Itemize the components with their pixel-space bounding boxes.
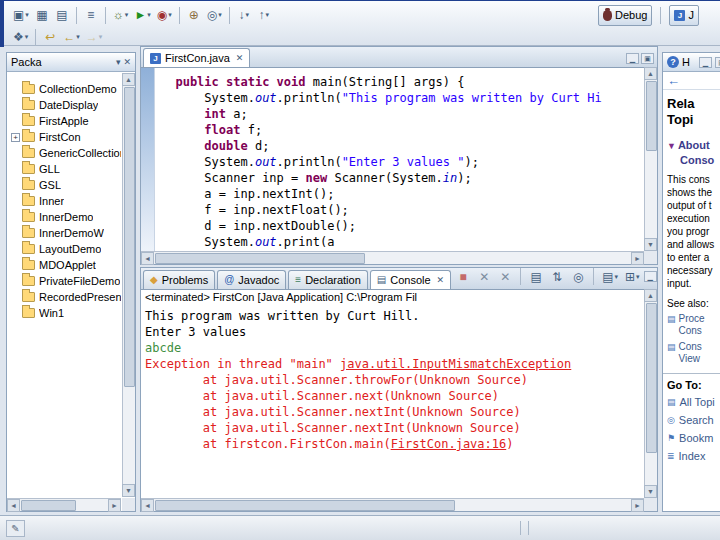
v-scrollbar[interactable]: ▲ ▼ (122, 73, 135, 497)
tab-declaration[interactable]: ≡Declaration (288, 270, 367, 289)
scroll-down-button[interactable]: ▼ (644, 238, 657, 251)
scroll-left-button[interactable]: ◄ (7, 499, 20, 512)
debug-button[interactable]: ☼▾ (110, 5, 132, 26)
scroll-down-button[interactable]: ▼ (122, 484, 135, 497)
scroll-up-button[interactable]: ▲ (644, 67, 657, 80)
external-tools-button[interactable]: ◉▾ (154, 5, 175, 26)
pin-console-button[interactable]: ◎ (568, 268, 588, 287)
clear-console-button[interactable]: ▤ (526, 268, 546, 287)
save-icon: ▦ (36, 9, 47, 21)
dropdown-arrow-icon: ▾ (25, 11, 29, 19)
save-button[interactable]: ▦ (32, 5, 52, 26)
h-scrollbar[interactable]: ◄ ► (7, 498, 121, 511)
minimize-icon[interactable]: ▁ (699, 57, 712, 68)
code-segment: out (255, 235, 277, 249)
tree-item-firstcon[interactable]: +FirstCon (8, 129, 121, 145)
tree-item-firstapple[interactable]: FirstApple (8, 113, 121, 129)
link-all-topi[interactable]: ▤All Topi (663, 393, 720, 411)
terminate-button[interactable]: ■ (453, 268, 473, 287)
scroll-down-button[interactable]: ▼ (644, 485, 657, 498)
scrollbar-thumb[interactable] (155, 253, 365, 264)
tree-item-innerdemo[interactable]: InnerDemo (8, 209, 121, 225)
tree-item-datedisplay[interactable]: DateDisplay (8, 97, 121, 113)
about-console-topic[interactable]: ▼About Conso (663, 128, 720, 167)
tree-item-layoutdemo[interactable]: LayoutDemo (8, 241, 121, 257)
back-icon[interactable]: ← (667, 73, 680, 88)
close-icon[interactable]: ✕ (437, 275, 445, 285)
tab-javadoc[interactable]: @Javadoc (217, 270, 286, 289)
scrollbar-thumb[interactable] (155, 500, 455, 511)
scroll-right-button[interactable]: ► (631, 252, 644, 265)
display-selected-console-button[interactable]: ▤▾ (599, 268, 621, 287)
minimize-icon[interactable]: ▁ (644, 271, 657, 282)
v-scrollbar[interactable]: ▲ ▼ (644, 289, 657, 498)
scroll-up-button[interactable]: ▲ (122, 73, 135, 86)
scroll-up-button[interactable]: ▲ (644, 289, 657, 302)
tree-item-recordedpresenta[interactable]: RecordedPresenta (8, 289, 121, 305)
scrollbar-thumb[interactable] (21, 500, 76, 511)
tree-item-genericcollectiond[interactable]: GenericCollectionD (8, 145, 121, 161)
scrollbar-thumb[interactable] (124, 87, 135, 387)
link-cons-view[interactable]: ▤ConsView (663, 339, 720, 367)
expander-icon[interactable]: + (11, 133, 20, 142)
scrollbar-thumb[interactable] (646, 303, 657, 453)
link-search[interactable]: ◎Search (663, 411, 720, 429)
remove-all-launches-button[interactable]: ✕ (495, 268, 515, 287)
scroll-right-button[interactable]: ► (108, 499, 121, 512)
tree-item-label: FirstCon (39, 131, 81, 143)
remove-launch-icon: ✕ (479, 271, 489, 283)
minimize-icon[interactable]: ▁ (626, 53, 639, 64)
link-index[interactable]: ≣Index (663, 447, 720, 465)
console-tab-bar: ◆Problems@Javadoc≡Declaration▤Console✕ ■… (141, 268, 657, 289)
console-segment: Exception in thread "main" (145, 357, 340, 371)
create-jar-button[interactable]: ⊕ (184, 5, 204, 26)
console-segment[interactable]: FirstCon.java:16 (391, 437, 507, 451)
console-segment[interactable]: java.util.InputMismatchException (340, 357, 571, 371)
scroll-left-button[interactable]: ◄ (141, 499, 154, 512)
next-annotation-button[interactable]: ↓▾ (234, 5, 254, 26)
tree-item-innerdemow[interactable]: InnerDemoW (8, 225, 121, 241)
link-proce-cons[interactable]: ▤ProceCons (663, 311, 720, 339)
code-editor[interactable]: public static void main(String[] args) {… (141, 67, 644, 251)
run-button[interactable]: ►▾ (131, 5, 153, 26)
v-scrollbar[interactable]: ▲ ▼ (644, 67, 657, 251)
tab-console[interactable]: ▤Console✕ (370, 270, 451, 289)
tree-item-mdoapplet[interactable]: MDOApplet (8, 257, 121, 273)
java-perspective-button[interactable]: J J (669, 5, 699, 26)
scroll-lock-button[interactable]: ⇅ (547, 268, 567, 287)
close-icon[interactable]: ✕ (236, 53, 244, 63)
close-icon[interactable]: ✕ (123, 57, 131, 67)
back-button[interactable]: ←▾ (60, 27, 83, 48)
tree-item-gll[interactable]: GLL (8, 161, 121, 177)
link-bookm[interactable]: ⚑Bookm (663, 429, 720, 447)
new-wizard-button[interactable]: ▣▾ (10, 5, 32, 26)
tree-item-inner[interactable]: Inner (8, 193, 121, 209)
toolbar-separator (660, 7, 661, 24)
view-menu-icon[interactable]: ▾ (116, 57, 121, 67)
scroll-right-button[interactable]: ► (631, 499, 644, 512)
print-button[interactable]: ▤ (52, 5, 72, 26)
search-button[interactable]: ◎▾ (204, 5, 225, 26)
scrollbar-thumb[interactable] (646, 81, 657, 151)
forward-button[interactable]: →▾ (83, 27, 106, 48)
writable-status-button[interactable]: ✎ (6, 520, 25, 537)
open-console-button[interactable]: ⊞▾ (622, 268, 643, 287)
previous-annotation-button[interactable]: ↑▾ (254, 5, 274, 26)
h-scrollbar[interactable]: ◄ ► (141, 251, 644, 264)
tab-firstcon-java[interactable]: J FirstCon.java ✕ (143, 48, 250, 67)
scroll-left-button[interactable]: ◄ (141, 252, 154, 265)
console-output[interactable]: This program was written by Curt Hill.En… (141, 305, 644, 498)
tab-problems[interactable]: ◆Problems (143, 270, 215, 289)
tree-item-privatefiledemo[interactable]: PrivateFileDemo (8, 273, 121, 289)
tree-item-collectiondemo[interactable]: CollectionDemo (8, 81, 121, 97)
maximize-icon[interactable]: ▣ (715, 57, 720, 68)
tree-item-gsl[interactable]: GSL (8, 177, 121, 193)
h-scrollbar[interactable]: ◄ ► (141, 498, 644, 511)
last-edit-location-button[interactable]: ↩ (40, 27, 60, 48)
remove-launch-button[interactable]: ✕ (474, 268, 494, 287)
maximize-icon[interactable]: ▣ (641, 53, 654, 64)
debug-perspective-button[interactable]: Debug (598, 5, 652, 26)
open-perspective-button[interactable]: ❖▾ (10, 27, 31, 48)
tree-item-win1[interactable]: Win1 (8, 305, 121, 321)
open-type-button[interactable]: ≡ (81, 5, 101, 26)
